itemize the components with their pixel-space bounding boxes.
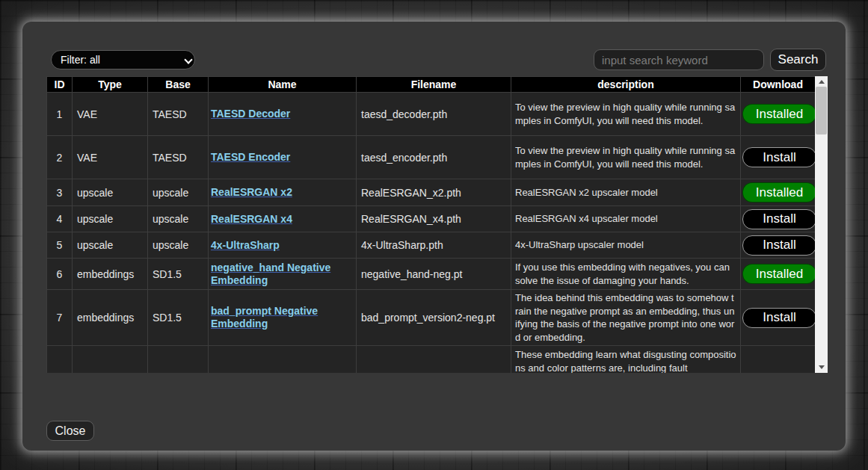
column-header-download: Download <box>741 77 816 93</box>
installed-button[interactable]: Installed <box>742 182 816 202</box>
cell-type: VAE <box>73 136 148 179</box>
model-name-link[interactable]: TAESD Encoder <box>211 151 290 163</box>
cell-download: Installed <box>741 259 816 290</box>
cell-filename: RealESRGAN_x4.pth <box>357 206 511 232</box>
cell-base: SD1.5 <box>148 290 209 346</box>
cell-download: Install <box>741 136 816 179</box>
cell-type: VAE <box>73 93 148 136</box>
model-name-link[interactable]: RealESRGAN x2 <box>211 186 292 198</box>
cell-description: To view the preview in high quality whil… <box>511 93 741 136</box>
cell-description: To view the preview in high quality whil… <box>511 136 741 179</box>
install-button[interactable]: Install <box>742 147 816 167</box>
close-button[interactable]: Close <box>46 421 94 441</box>
column-header-name: Name <box>209 77 357 93</box>
cell-download: Install <box>741 206 816 232</box>
table-row: These embedding learn what disgusting co… <box>47 346 816 374</box>
filter-select[interactable]: Filter: all <box>51 50 195 69</box>
cell-name: bad_prompt Negative Embedding <box>209 290 357 346</box>
table-row: 5upscaleupscale4x-UltraSharp4x-UltraShar… <box>47 232 816 259</box>
column-header-filename: Filename <box>357 77 511 93</box>
table-row: 1VAETAESDTAESD Decodertaesd_decoder.pthT… <box>47 93 816 136</box>
table-row: 6embeddingsSD1.5negative_hand Negative E… <box>47 259 816 290</box>
cell-filename: bad_prompt_version2-neg.pt <box>357 290 511 346</box>
cell-base: upscale <box>148 232 209 259</box>
cell-description: RealESRGAN x2 upscaler model <box>511 179 741 206</box>
cell-type: upscale <box>73 206 148 232</box>
cell-base: upscale <box>148 206 209 232</box>
cell-name: negative_hand Negative Embedding <box>209 259 357 290</box>
table-row: 4upscaleupscaleRealESRGAN x4RealESRGAN_x… <box>47 206 816 232</box>
cell-name: 4x-UltraSharp <box>209 232 357 259</box>
column-header-base: Base <box>148 77 209 93</box>
cell-id: 5 <box>47 232 73 259</box>
models-table: IDTypeBaseNameFilenamedescriptionDownloa… <box>46 76 816 373</box>
cell-id: 6 <box>47 259 73 290</box>
model-name-link[interactable]: RealESRGAN x4 <box>211 213 292 225</box>
column-header-type: Type <box>73 77 148 93</box>
scrollbar-down-arrow-icon[interactable] <box>815 362 828 373</box>
cell-name <box>209 346 357 374</box>
cell-base <box>148 346 209 374</box>
cell-id: 7 <box>47 290 73 346</box>
cell-name: RealESRGAN x4 <box>209 206 357 232</box>
cell-base: upscale <box>148 179 209 206</box>
cell-base: SD1.5 <box>148 259 209 290</box>
model-name-link[interactable]: negative_hand Negative Embedding <box>211 262 330 286</box>
column-header-id: ID <box>47 77 73 93</box>
scrollbar-up-arrow-icon[interactable] <box>815 76 828 87</box>
cell-type: embeddings <box>73 259 148 290</box>
model-name-link[interactable]: TAESD Decoder <box>211 108 290 120</box>
table-row: 2VAETAESDTAESD Encodertaesd_encoder.pthT… <box>47 136 816 179</box>
cell-base: TAESD <box>148 93 209 136</box>
cell-base: TAESD <box>148 136 209 179</box>
cell-type <box>73 346 148 374</box>
cell-description: The idea behind this embedding was to so… <box>511 290 741 346</box>
cell-description: 4x-UltraSharp upscaler model <box>511 232 741 259</box>
models-table-container: IDTypeBaseNameFilenamedescriptionDownloa… <box>46 76 828 373</box>
search-input[interactable] <box>594 49 764 70</box>
cell-id: 4 <box>47 206 73 232</box>
install-button[interactable]: Install <box>742 209 816 229</box>
cell-download: Installed <box>741 179 816 206</box>
column-header-description: description <box>511 77 741 93</box>
cell-description: RealESRGAN x4 upscaler model <box>511 206 741 232</box>
cell-description: If you use this embedding with negatives… <box>511 259 741 290</box>
cell-download: Install <box>741 232 816 259</box>
install-button[interactable]: Install <box>742 235 816 256</box>
table-row: 7embeddingsSD1.5bad_prompt Negative Embe… <box>47 290 816 346</box>
table-header-row: IDTypeBaseNameFilenamedescriptionDownloa… <box>47 77 816 93</box>
cell-download <box>741 346 816 374</box>
search-button[interactable]: Search <box>770 49 826 71</box>
install-button[interactable]: Install <box>742 308 816 328</box>
table-scrollbar[interactable] <box>815 76 828 373</box>
cell-name: TAESD Encoder <box>209 136 357 179</box>
cell-id: 3 <box>47 179 73 206</box>
cell-type: upscale <box>73 232 148 259</box>
installed-button[interactable]: Installed <box>742 104 816 124</box>
cell-download: Install <box>741 290 816 346</box>
cell-description: These embedding learn what disgusting co… <box>511 346 741 374</box>
cell-type: upscale <box>73 179 148 206</box>
model-name-link[interactable]: bad_prompt Negative Embedding <box>211 305 318 330</box>
cell-id: 2 <box>47 136 73 179</box>
cell-name: RealESRGAN x2 <box>209 179 357 206</box>
cell-filename: taesd_encoder.pth <box>357 136 511 179</box>
cell-name: TAESD Decoder <box>209 93 357 136</box>
cell-id: 1 <box>47 93 73 136</box>
cell-filename: RealESRGAN_x2.pth <box>357 179 511 206</box>
table-row: 3upscaleupscaleRealESRGAN x2RealESRGAN_x… <box>47 179 816 206</box>
cell-type: embeddings <box>73 290 148 346</box>
model-name-link[interactable]: 4x-UltraSharp <box>211 239 280 251</box>
cell-download: Installed <box>741 93 816 136</box>
cell-filename: taesd_decoder.pth <box>357 93 511 136</box>
scrollbar-thumb[interactable] <box>816 87 827 134</box>
install-models-dialog: Filter: all Search IDTypeBaseNameFilenam… <box>22 22 846 451</box>
models-table-body: 1VAETAESDTAESD Decodertaesd_decoder.pthT… <box>47 93 816 374</box>
cell-filename: 4x-UltraSharp.pth <box>357 232 511 259</box>
installed-button[interactable]: Installed <box>742 264 816 284</box>
cell-id <box>47 346 73 374</box>
cell-filename: negative_hand-neg.pt <box>357 259 511 290</box>
cell-filename <box>357 346 511 374</box>
